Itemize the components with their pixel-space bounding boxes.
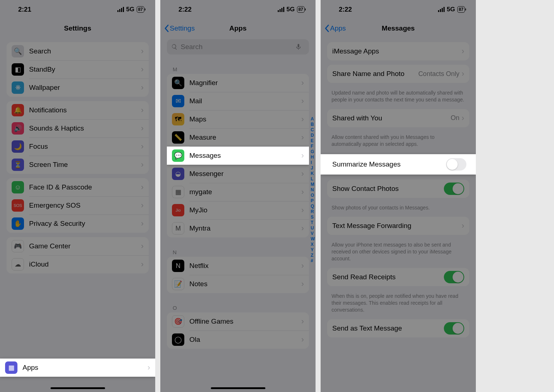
list-row[interactable]: MMyntra› [167, 219, 309, 237]
index-letter[interactable]: Z [311, 253, 315, 258]
back-label: Apps [330, 24, 346, 32]
list-row[interactable]: 🔊Sounds & Haptics› [7, 119, 149, 137]
app-icon: Jio [172, 204, 184, 216]
list-row[interactable]: 🌙Focus› [7, 137, 149, 156]
chevron-right-icon: › [141, 142, 144, 151]
row-shared-with-you[interactable]: Shared with You On › [327, 109, 469, 127]
index-letter[interactable]: S [311, 215, 315, 220]
section-header-n: N [160, 242, 316, 257]
index-letter[interactable]: T [311, 220, 315, 225]
chevron-right-icon: › [301, 335, 304, 344]
read-receipts-toggle[interactable] [444, 271, 464, 283]
list-row[interactable]: 💬Messages› [167, 147, 309, 165]
list-row[interactable]: ❋Wallpaper› [7, 79, 149, 97]
index-letter[interactable]: J [311, 165, 315, 171]
index-letter[interactable]: I [311, 160, 315, 165]
list-row[interactable]: 📏Measure› [167, 128, 309, 147]
index-letter[interactable]: X [311, 242, 315, 247]
chevron-right-icon: › [141, 47, 144, 56]
list-row[interactable]: 🗺Maps› [167, 110, 309, 128]
row-send-as-text[interactable]: Send as Text Message [327, 319, 469, 337]
list-row[interactable]: 🎯Offline Games› [167, 312, 309, 331]
chevron-right-icon: › [301, 133, 304, 142]
list-row[interactable]: 🎮Game Center› [7, 237, 149, 255]
list-row[interactable]: 🔍Magnifier› [167, 74, 309, 92]
index-letter[interactable]: C [311, 127, 315, 133]
app-icon: 🎮 [12, 240, 24, 252]
search-input[interactable]: Search [167, 39, 309, 55]
row-text-forwarding[interactable]: Text Message Forwarding › [327, 217, 469, 235]
list-row[interactable]: 🔍Search› [7, 42, 149, 60]
summarize-toggle[interactable] [446, 158, 466, 171]
list-row[interactable]: 📝Notes› [167, 275, 309, 293]
nav-bar: Apps Messages [321, 19, 476, 38]
list-row[interactable]: SOSEmergency SOS› [7, 196, 149, 215]
index-letter[interactable]: P [311, 198, 315, 204]
index-letter[interactable]: F [311, 144, 315, 149]
screenshot-messages: 2:22 5G 87 Apps Messages iMessage Apps ›… [321, 0, 476, 392]
row-show-contact-photos[interactable]: Show Contact Photos [327, 180, 469, 198]
index-letter[interactable]: M [311, 182, 315, 187]
list-row[interactable]: ⏳Screen Time› [7, 156, 149, 174]
home-indicator[interactable] [51, 387, 105, 389]
index-letter[interactable]: K [311, 171, 315, 176]
list-row[interactable]: ◧StandBy› [7, 60, 149, 79]
row-label: Screen Time [29, 161, 141, 169]
index-letter[interactable]: Q [311, 204, 315, 209]
index-letter[interactable]: N [311, 187, 315, 193]
list-row[interactable]: ✋Privacy & Security› [7, 215, 149, 233]
chevron-right-icon: › [462, 69, 464, 79]
chevron-right-icon: › [141, 65, 144, 74]
list-row[interactable]: ☁iCloud› [7, 255, 149, 273]
list-row[interactable]: ◯Ola› [167, 331, 309, 349]
list-row[interactable]: ▦mygate› [167, 183, 309, 201]
index-letter[interactable]: E [311, 138, 315, 144]
row-share-name-photo[interactable]: Share Name and Photo Contacts Only › [327, 65, 469, 83]
app-icon: 🎯 [172, 315, 184, 328]
back-button[interactable]: Settings [164, 24, 195, 32]
chevron-right-icon: › [301, 261, 304, 271]
send-text-toggle[interactable] [444, 322, 464, 335]
index-letter[interactable]: Y [311, 247, 315, 253]
index-letter[interactable]: D [311, 133, 315, 138]
row-label: Emergency SOS [29, 201, 141, 209]
show-photos-toggle[interactable] [444, 183, 464, 195]
row-label: iCloud [29, 260, 141, 268]
group-imessage-apps: iMessage Apps › [327, 42, 469, 60]
index-letter[interactable]: B [311, 122, 315, 127]
chevron-right-icon: › [141, 201, 144, 210]
mic-icon[interactable] [295, 44, 302, 50]
index-letter[interactable]: A [311, 116, 315, 122]
index-letter[interactable]: W [311, 236, 315, 242]
footer-show-photos: Show photos of your contacts in Messages… [321, 202, 476, 213]
list-row[interactable]: 🔔Notifications› [7, 101, 149, 119]
row-label: Show Contact Photos [332, 185, 444, 193]
list-row[interactable]: ▦Apps› [0, 359, 155, 377]
page-title: Settings [64, 24, 91, 32]
index-letter[interactable]: R [311, 209, 315, 215]
app-icon: ❋ [12, 81, 24, 94]
index-letter[interactable]: # [311, 258, 315, 264]
app-icon: ⏳ [12, 159, 24, 171]
index-letter[interactable]: G [311, 149, 315, 155]
index-letter[interactable]: V [311, 231, 315, 236]
index-letter[interactable]: O [311, 193, 315, 198]
section-header-m: M [160, 59, 316, 74]
index-letter[interactable]: U [311, 225, 315, 231]
list-row[interactable]: ◒Messenger› [167, 165, 309, 183]
alpha-index[interactable]: ABCDEFGHIJKLMNOPQRSTUVWXYZ# [311, 116, 315, 264]
list-row[interactable]: ✉Mail› [167, 92, 309, 110]
footer-shared-with-you: Allow content shared with you in Message… [321, 132, 476, 149]
list-row[interactable]: ☺Face ID & Passcode› [7, 178, 149, 196]
row-label: Magnifier [189, 79, 301, 87]
row-imessage-apps[interactable]: iMessage Apps › [327, 42, 469, 60]
index-letter[interactable]: L [311, 176, 315, 182]
row-label: Myntra [189, 224, 301, 232]
row-read-receipts[interactable]: Send Read Receipts [327, 268, 469, 286]
list-row[interactable]: JioMyJio› [167, 201, 309, 219]
home-indicator[interactable] [211, 387, 265, 389]
list-row[interactable]: NNetflix› [167, 257, 309, 275]
row-summarize-messages[interactable]: Summarize Messages [321, 154, 476, 175]
back-button[interactable]: Apps [324, 24, 346, 32]
index-letter[interactable]: H [311, 155, 315, 160]
